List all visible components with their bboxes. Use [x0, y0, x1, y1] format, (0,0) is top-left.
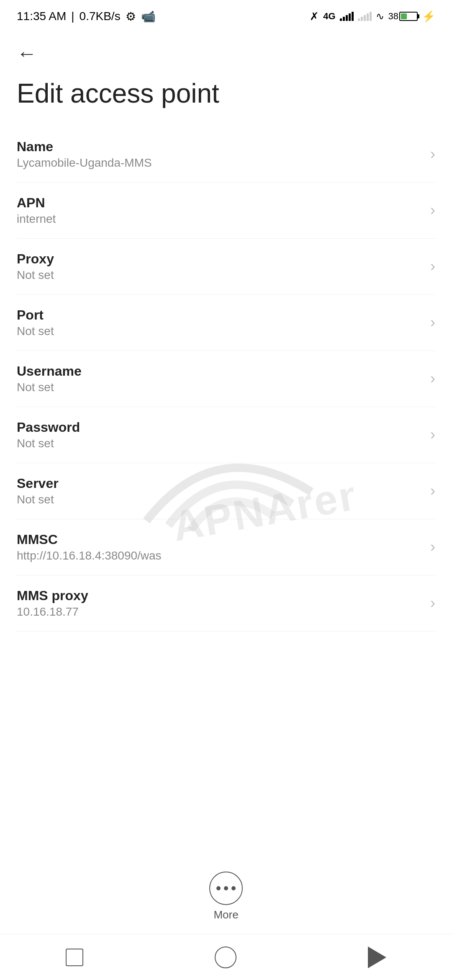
- settings-icon: ⚙: [126, 10, 136, 23]
- battery-percent-label: 38: [388, 11, 398, 22]
- settings-item-port-content: Port Not set: [17, 307, 422, 338]
- nav-bar: [0, 934, 452, 980]
- status-bar: 11:35 AM | 0.7KB/s ⚙ 📹 ✗ 4G ∿ 38: [0, 0, 452, 29]
- settings-item-mmsc-label: MMSC: [17, 532, 422, 547]
- video-icon: 📹: [141, 10, 156, 23]
- settings-item-mms-proxy[interactable]: MMS proxy 10.16.18.77 ›: [17, 575, 435, 632]
- settings-item-apn-value: internet: [17, 212, 422, 226]
- back-arrow-icon: ←: [17, 42, 37, 64]
- charging-icon: ⚡: [422, 10, 435, 23]
- signal-bars-2: [358, 12, 372, 21]
- status-left: 11:35 AM | 0.7KB/s ⚙ 📹: [17, 10, 156, 23]
- more-label: More: [213, 908, 238, 921]
- time-label: 11:35 AM: [17, 10, 66, 23]
- more-button[interactable]: More: [209, 872, 243, 921]
- chevron-icon-username: ›: [430, 370, 435, 387]
- network-4g: 4G: [323, 11, 335, 22]
- settings-item-username-content: Username Not set: [17, 364, 422, 394]
- more-dots-icon: [209, 872, 243, 905]
- battery-box: [399, 12, 418, 21]
- settings-item-mms-proxy-content: MMS proxy 10.16.18.77: [17, 588, 422, 619]
- chevron-icon-name: ›: [430, 145, 435, 163]
- settings-item-server-value: Not set: [17, 493, 422, 506]
- settings-item-password-value: Not set: [17, 437, 422, 450]
- settings-item-mms-proxy-label: MMS proxy: [17, 588, 422, 603]
- settings-item-mmsc-content: MMSC http://10.16.18.4:38090/was: [17, 532, 422, 562]
- settings-item-mmsc-value: http://10.16.18.4:38090/was: [17, 549, 422, 562]
- settings-item-name[interactable]: Name Lycamobile-Uganda-MMS ›: [17, 126, 435, 183]
- chevron-icon-mmsc: ›: [430, 538, 435, 556]
- settings-item-port[interactable]: Port Not set ›: [17, 295, 435, 351]
- data-speed: 0.7KB/s: [80, 10, 121, 23]
- settings-item-password-content: Password Not set: [17, 420, 422, 450]
- chevron-icon-apn: ›: [430, 201, 435, 219]
- bluetooth-icon: ✗: [310, 10, 319, 23]
- chevron-icon-mms-proxy: ›: [430, 594, 435, 612]
- settings-item-mmsc[interactable]: MMSC http://10.16.18.4:38090/was ›: [17, 519, 435, 575]
- dot-3: [231, 886, 236, 890]
- battery-fill: [401, 13, 407, 19]
- chevron-icon-port: ›: [430, 314, 435, 331]
- settings-item-password[interactable]: Password Not set ›: [17, 407, 435, 463]
- settings-item-proxy-label: Proxy: [17, 251, 422, 267]
- chevron-icon-proxy: ›: [430, 258, 435, 275]
- chevron-icon-password: ›: [430, 426, 435, 444]
- chevron-icon-server: ›: [430, 482, 435, 500]
- page-title: Edit access point: [0, 69, 452, 126]
- settings-item-server-label: Server: [17, 476, 422, 491]
- settings-item-username-label: Username: [17, 364, 422, 379]
- nav-home-button[interactable]: [215, 946, 236, 968]
- settings-item-port-value: Not set: [17, 325, 422, 338]
- nav-square-icon: [66, 949, 83, 966]
- dots-container: [216, 886, 236, 890]
- settings-item-proxy-content: Proxy Not set: [17, 251, 422, 282]
- separator: |: [71, 10, 74, 23]
- settings-item-server[interactable]: Server Not set ›: [17, 463, 435, 519]
- settings-item-apn-content: APN internet: [17, 195, 422, 226]
- settings-list: Name Lycamobile-Uganda-MMS › APN interne…: [0, 126, 452, 632]
- battery-indicator: 38: [388, 11, 418, 22]
- settings-item-name-content: Name Lycamobile-Uganda-MMS: [17, 139, 422, 170]
- nav-circle-icon: [215, 946, 236, 968]
- nav-back-button[interactable]: [368, 946, 386, 968]
- signal-bars-1: [340, 12, 354, 21]
- wifi-icon: ∿: [376, 10, 384, 22]
- nav-triangle-icon: [368, 946, 386, 968]
- dot-2: [224, 886, 228, 890]
- settings-item-proxy-value: Not set: [17, 268, 422, 282]
- settings-item-name-value: Lycamobile-Uganda-MMS: [17, 156, 422, 170]
- settings-item-server-content: Server Not set: [17, 476, 422, 506]
- settings-item-name-label: Name: [17, 139, 422, 155]
- dot-1: [216, 886, 221, 890]
- settings-item-apn-label: APN: [17, 195, 422, 211]
- settings-item-username[interactable]: Username Not set ›: [17, 351, 435, 407]
- settings-item-proxy[interactable]: Proxy Not set ›: [17, 239, 435, 295]
- settings-item-password-label: Password: [17, 420, 422, 435]
- settings-item-username-value: Not set: [17, 381, 422, 394]
- settings-item-mms-proxy-value: 10.16.18.77: [17, 605, 422, 619]
- status-right: ✗ 4G ∿ 38 ⚡: [310, 10, 435, 23]
- nav-recents-button[interactable]: [66, 949, 83, 966]
- settings-item-apn[interactable]: APN internet ›: [17, 183, 435, 239]
- settings-item-port-label: Port: [17, 307, 422, 323]
- back-button[interactable]: ←: [0, 29, 452, 69]
